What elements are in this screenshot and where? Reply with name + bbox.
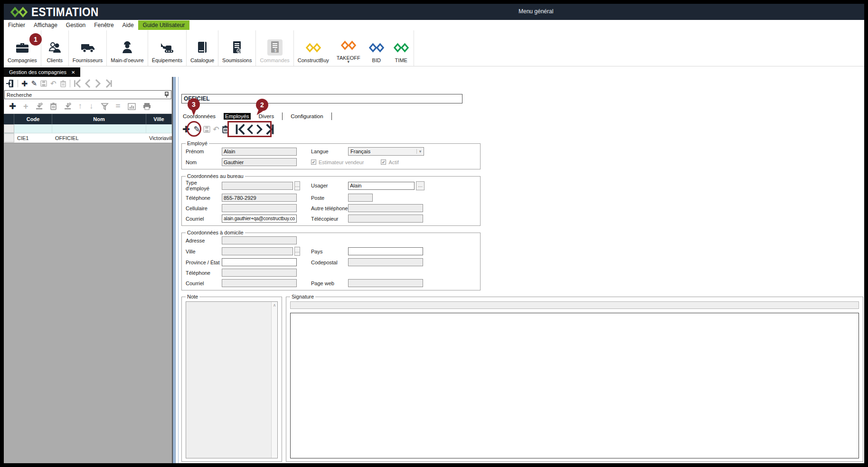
add-record-icon[interactable]: ✚ [21,79,28,88]
company-name-field[interactable]: OFFICIEL [181,94,462,103]
tab-separator [282,112,283,120]
langue-select[interactable]: Français ▾ [348,147,424,156]
toolbar-equipements-button[interactable]: Équipements [148,30,187,66]
close-tab-icon[interactable]: ✕ [71,70,75,75]
menu-affichage[interactable]: Affichage [29,21,62,29]
undo-employee-icon: ↶ [213,125,219,134]
adresse-field[interactable] [222,236,297,244]
ville-browse-button[interactable]: … [294,247,300,256]
cellulaire-field[interactable] [222,204,297,212]
signature-canvas[interactable] [290,313,859,458]
table-header-row: Code Nom Ville [4,114,172,124]
poste-field[interactable] [348,194,373,202]
toolbar-time-button[interactable]: TIME [389,30,414,66]
add-row-icon[interactable]: + [23,102,28,112]
add-company-icon[interactable]: ✚ [9,101,16,112]
import-add-icon[interactable] [36,103,43,110]
row-nom-cell[interactable]: OFFICIEL [52,135,146,141]
toolbar-soumissions-button[interactable]: Soumissions [218,30,256,66]
pays-field[interactable] [348,247,423,255]
province-field[interactable] [222,258,297,266]
header-nom[interactable]: Nom [52,114,146,124]
pageweb-field[interactable] [348,279,423,287]
print-icon[interactable] [143,103,151,110]
note-section: Note ∧ [181,294,282,462]
autre-telephone-field[interactable] [348,204,423,212]
chevron-down-icon: ▾ [416,149,424,154]
header-ville[interactable]: Ville [146,114,172,124]
app-window: ESTIMATION Menu général Fichier Affichag… [4,4,864,463]
usager-browse-button[interactable]: … [416,181,425,190]
signature-toolbar [290,301,859,309]
toolbar-clients-button[interactable]: Clients [41,30,69,66]
filter-code-cell[interactable] [14,124,52,133]
tab-coordonnees[interactable]: Coordonnées [181,113,217,120]
move-down-icon[interactable]: ↓ [89,102,94,111]
toolbar-button-label: Fournisseurs [73,57,103,63]
toolbar-button-label: Soumissions [222,57,252,63]
edit-record-icon[interactable]: ✎ [31,79,37,88]
tab-gestion-des-compagnies[interactable]: Gestion des compagnies ✕ [4,67,80,77]
first-record-icon[interactable] [74,79,81,88]
filter-ville-cell[interactable] [146,124,172,133]
search-input[interactable] [5,92,162,98]
toolbar-button-label: TIME [395,57,407,63]
prenom-field[interactable] [222,148,297,156]
adresse-label: Adresse [186,238,222,243]
pin-icon[interactable] [162,92,171,98]
telephone-domicile-field[interactable] [222,269,297,277]
note-scrollbar[interactable]: ∧ [271,302,277,458]
autre-telephone-label: Autre téléphone [311,205,348,211]
domicile-section: Coordonnées à domicile Adresse Ville … P… [181,230,481,290]
filter-nom-cell[interactable] [52,124,146,133]
toolbar-takeoff-button[interactable]: TAKEOFF ▾ [333,30,364,66]
toolbar-catalogue-button[interactable]: Catalogue [187,30,218,66]
last-record-icon[interactable] [105,79,112,88]
estimateur-vendeur-checkbox[interactable]: ✔ Estimateur vendeur [311,159,364,165]
tab-employes[interactable]: Employés [224,113,251,120]
toolbar-main-doeuvre-button[interactable]: Main-d'oeuvre [107,30,148,66]
menu-fichier[interactable]: Fichier [4,21,29,29]
telecopieur-field[interactable] [348,215,423,223]
menu-guide-utilisateur[interactable]: Guide Utilisateur [138,20,190,30]
tab-configuration[interactable]: Configuration [289,113,324,120]
toolbar-constructbuy-button[interactable]: ConstructBuy [294,30,333,66]
takeoff-dropdown-caret-icon[interactable]: ▾ [348,61,350,63]
province-label: Province / État [186,260,222,265]
header-code[interactable]: Code [14,114,52,124]
scroll-up-icon[interactable]: ∧ [273,303,276,308]
menu-aide[interactable]: Aide [118,21,138,29]
exit-door-icon[interactable] [6,79,14,88]
clear-filter-icon[interactable] [101,103,109,111]
codepostal-field[interactable] [348,258,423,266]
row-ville-cell[interactable]: Victoriavill [146,135,172,141]
actif-checkbox[interactable]: ✔ Actif [381,159,398,165]
previous-record-icon[interactable] [84,79,91,88]
panel-splitter[interactable] [173,77,179,463]
telephone-bureau-field[interactable] [222,194,297,202]
table-row[interactable]: CIE1 OFFICIEL Victoriavill [4,133,172,143]
courriel-bureau-field[interactable] [222,215,297,223]
menu-gestion[interactable]: Gestion [62,21,90,29]
toolbar-fournisseurs-button[interactable]: Fournisseurs [69,30,107,66]
next-record-icon[interactable] [94,79,102,88]
toolbar-button-label: Équipements [152,57,182,63]
export-add-icon[interactable] [64,103,71,110]
chart-icon[interactable] [128,103,136,110]
note-textarea[interactable]: ∧ [186,301,278,458]
courriel-domicile-field[interactable] [222,279,297,287]
menu-fenetre[interactable]: Fenêtre [90,21,118,29]
move-up-icon[interactable]: ↑ [78,102,83,111]
group-rows-icon[interactable]: = [116,102,121,111]
type-employe-browse-button[interactable]: … [294,181,300,190]
table-filter-row[interactable] [4,124,172,133]
delete-row-icon[interactable] [50,103,57,110]
checkbox-check-icon: ✔ [311,159,316,165]
usager-field[interactable] [348,182,415,190]
row-code-cell[interactable]: CIE1 [14,135,52,141]
toolbar-bid-button[interactable]: BID [364,30,389,66]
type-employe-field[interactable] [222,182,293,190]
ville-field[interactable] [222,247,293,255]
nom-field[interactable] [222,158,297,166]
row-selector-cell[interactable] [4,133,14,142]
